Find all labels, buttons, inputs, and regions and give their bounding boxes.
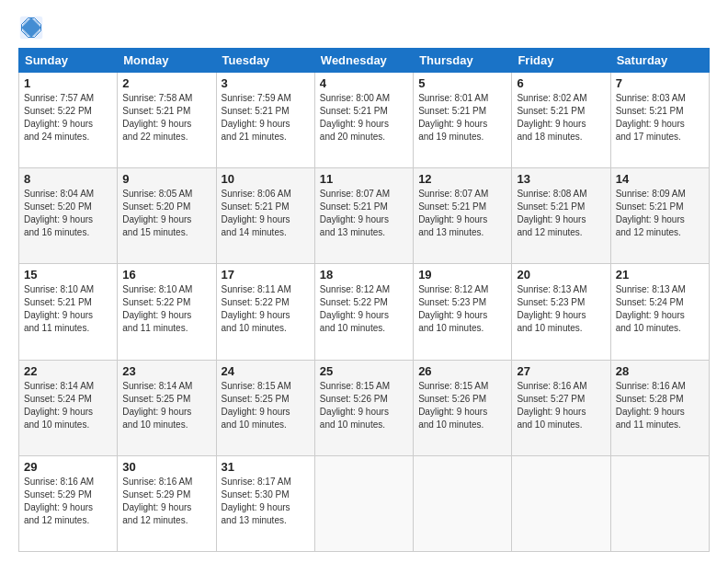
day-number: 31 <box>222 460 310 474</box>
day-info: Sunrise: 8:14 AMSunset: 5:25 PMDaylight:… <box>122 380 210 431</box>
day-number: 8 <box>24 172 112 186</box>
day-info: Sunrise: 8:15 AMSunset: 5:26 PMDaylight:… <box>320 380 408 431</box>
day-number: 3 <box>222 76 310 90</box>
calendar-cell: 5Sunrise: 8:01 AMSunset: 5:21 PMDaylight… <box>414 73 512 168</box>
day-info: Sunrise: 8:17 AMSunset: 5:30 PMDaylight:… <box>222 476 310 527</box>
calendar-cell <box>314 455 413 551</box>
day-number: 12 <box>418 172 506 186</box>
day-info: Sunrise: 8:10 AMSunset: 5:22 PMDaylight:… <box>122 283 210 335</box>
day-info: Sunrise: 8:09 AMSunset: 5:21 PMDaylight:… <box>616 188 704 239</box>
calendar-week-4: 22Sunrise: 8:14 AMSunset: 5:24 PMDayligh… <box>19 360 710 455</box>
calendar-cell: 11Sunrise: 8:07 AMSunset: 5:21 PMDayligh… <box>314 168 413 264</box>
calendar-header-friday: Friday <box>512 49 610 73</box>
calendar-cell <box>414 455 512 551</box>
calendar-body: 1Sunrise: 7:57 AMSunset: 5:22 PMDaylight… <box>19 73 710 552</box>
calendar-cell: 6Sunrise: 8:02 AMSunset: 5:21 PMDaylight… <box>512 73 610 168</box>
calendar-cell <box>610 455 709 551</box>
calendar-header-row: SundayMondayTuesdayWednesdayThursdayFrid… <box>19 49 710 73</box>
day-info: Sunrise: 8:04 AMSunset: 5:20 PMDaylight:… <box>24 188 112 239</box>
calendar-week-3: 15Sunrise: 8:10 AMSunset: 5:21 PMDayligh… <box>19 264 710 360</box>
calendar-cell: 7Sunrise: 8:03 AMSunset: 5:21 PMDaylight… <box>610 73 709 168</box>
day-info: Sunrise: 8:05 AMSunset: 5:20 PMDaylight:… <box>122 188 210 239</box>
calendar-week-5: 29Sunrise: 8:16 AMSunset: 5:29 PMDayligh… <box>19 455 710 551</box>
day-number: 18 <box>320 268 408 282</box>
day-info: Sunrise: 8:14 AMSunset: 5:24 PMDaylight:… <box>24 380 112 431</box>
calendar-cell: 22Sunrise: 8:14 AMSunset: 5:24 PMDayligh… <box>19 360 118 455</box>
day-info: Sunrise: 7:58 AMSunset: 5:21 PMDaylight:… <box>122 92 210 144</box>
calendar-cell: 3Sunrise: 7:59 AMSunset: 5:21 PMDaylight… <box>216 73 314 168</box>
calendar-cell: 16Sunrise: 8:10 AMSunset: 5:22 PMDayligh… <box>118 264 216 360</box>
calendar-cell: 23Sunrise: 8:14 AMSunset: 5:25 PMDayligh… <box>118 360 216 455</box>
calendar-cell: 30Sunrise: 8:16 AMSunset: 5:29 PMDayligh… <box>118 455 216 551</box>
day-info: Sunrise: 8:16 AMSunset: 5:27 PMDaylight:… <box>517 380 605 431</box>
day-info: Sunrise: 8:12 AMSunset: 5:22 PMDaylight:… <box>320 283 408 335</box>
day-info: Sunrise: 8:06 AMSunset: 5:21 PMDaylight:… <box>222 188 310 239</box>
calendar-cell: 17Sunrise: 8:11 AMSunset: 5:22 PMDayligh… <box>216 264 314 360</box>
calendar-header-sunday: Sunday <box>19 49 118 73</box>
day-number: 4 <box>320 76 408 90</box>
day-number: 14 <box>616 172 704 186</box>
calendar-cell: 31Sunrise: 8:17 AMSunset: 5:30 PMDayligh… <box>216 455 314 551</box>
day-info: Sunrise: 8:00 AMSunset: 5:21 PMDaylight:… <box>320 92 408 144</box>
day-number: 6 <box>517 76 605 90</box>
day-number: 2 <box>122 76 210 90</box>
day-number: 25 <box>320 364 408 378</box>
day-number: 20 <box>517 268 605 282</box>
day-info: Sunrise: 8:15 AMSunset: 5:25 PMDaylight:… <box>222 380 310 431</box>
day-info: Sunrise: 8:07 AMSunset: 5:21 PMDaylight:… <box>320 188 408 239</box>
day-info: Sunrise: 7:59 AMSunset: 5:21 PMDaylight:… <box>222 92 310 144</box>
day-info: Sunrise: 8:16 AMSunset: 5:29 PMDaylight:… <box>24 476 112 527</box>
calendar-week-1: 1Sunrise: 7:57 AMSunset: 5:22 PMDaylight… <box>19 73 710 168</box>
day-number: 16 <box>122 268 210 282</box>
day-info: Sunrise: 8:07 AMSunset: 5:21 PMDaylight:… <box>418 188 506 239</box>
calendar-header-saturday: Saturday <box>610 49 709 73</box>
day-number: 5 <box>418 76 506 90</box>
day-number: 10 <box>222 172 310 186</box>
calendar-cell: 29Sunrise: 8:16 AMSunset: 5:29 PMDayligh… <box>19 455 118 551</box>
calendar-table: SundayMondayTuesdayWednesdayThursdayFrid… <box>18 48 710 552</box>
day-info: Sunrise: 7:57 AMSunset: 5:22 PMDaylight:… <box>24 92 112 144</box>
day-info: Sunrise: 8:03 AMSunset: 5:21 PMDaylight:… <box>616 92 704 144</box>
calendar-cell: 9Sunrise: 8:05 AMSunset: 5:20 PMDaylight… <box>118 168 216 264</box>
day-number: 19 <box>418 268 506 282</box>
day-info: Sunrise: 8:02 AMSunset: 5:21 PMDaylight:… <box>517 92 605 144</box>
calendar-cell: 2Sunrise: 7:58 AMSunset: 5:21 PMDaylight… <box>118 73 216 168</box>
day-info: Sunrise: 8:12 AMSunset: 5:23 PMDaylight:… <box>418 283 506 335</box>
day-number: 27 <box>517 364 605 378</box>
calendar-header-tuesday: Tuesday <box>216 49 314 73</box>
calendar-cell: 24Sunrise: 8:15 AMSunset: 5:25 PMDayligh… <box>216 360 314 455</box>
calendar-cell: 4Sunrise: 8:00 AMSunset: 5:21 PMDaylight… <box>314 73 413 168</box>
day-number: 30 <box>122 460 210 474</box>
day-number: 29 <box>24 460 112 474</box>
calendar-cell: 8Sunrise: 8:04 AMSunset: 5:20 PMDaylight… <box>19 168 118 264</box>
calendar-cell: 26Sunrise: 8:15 AMSunset: 5:26 PMDayligh… <box>414 360 512 455</box>
day-info: Sunrise: 8:10 AMSunset: 5:21 PMDaylight:… <box>24 283 112 335</box>
day-number: 13 <box>517 172 605 186</box>
day-number: 28 <box>616 364 704 378</box>
day-info: Sunrise: 8:13 AMSunset: 5:23 PMDaylight:… <box>517 283 605 335</box>
day-info: Sunrise: 8:08 AMSunset: 5:21 PMDaylight:… <box>517 188 605 239</box>
day-number: 9 <box>122 172 210 186</box>
calendar-week-2: 8Sunrise: 8:04 AMSunset: 5:20 PMDaylight… <box>19 168 710 264</box>
day-info: Sunrise: 8:16 AMSunset: 5:28 PMDaylight:… <box>616 380 704 431</box>
day-info: Sunrise: 8:13 AMSunset: 5:24 PMDaylight:… <box>616 283 704 335</box>
page: SundayMondayTuesdayWednesdayThursdayFrid… <box>0 0 728 563</box>
calendar-cell: 19Sunrise: 8:12 AMSunset: 5:23 PMDayligh… <box>414 264 512 360</box>
calendar-cell: 21Sunrise: 8:13 AMSunset: 5:24 PMDayligh… <box>610 264 709 360</box>
calendar-header-wednesday: Wednesday <box>314 49 413 73</box>
day-info: Sunrise: 8:01 AMSunset: 5:21 PMDaylight:… <box>418 92 506 144</box>
logo-icon <box>18 15 44 40</box>
logo <box>18 15 48 40</box>
day-number: 15 <box>24 268 112 282</box>
day-number: 21 <box>616 268 704 282</box>
day-info: Sunrise: 8:11 AMSunset: 5:22 PMDaylight:… <box>222 283 310 335</box>
header <box>18 15 710 40</box>
calendar-cell: 15Sunrise: 8:10 AMSunset: 5:21 PMDayligh… <box>19 264 118 360</box>
day-number: 24 <box>222 364 310 378</box>
day-number: 7 <box>616 76 704 90</box>
day-number: 11 <box>320 172 408 186</box>
day-number: 22 <box>24 364 112 378</box>
calendar-cell: 14Sunrise: 8:09 AMSunset: 5:21 PMDayligh… <box>610 168 709 264</box>
calendar-header-thursday: Thursday <box>414 49 512 73</box>
calendar-cell: 1Sunrise: 7:57 AMSunset: 5:22 PMDaylight… <box>19 73 118 168</box>
